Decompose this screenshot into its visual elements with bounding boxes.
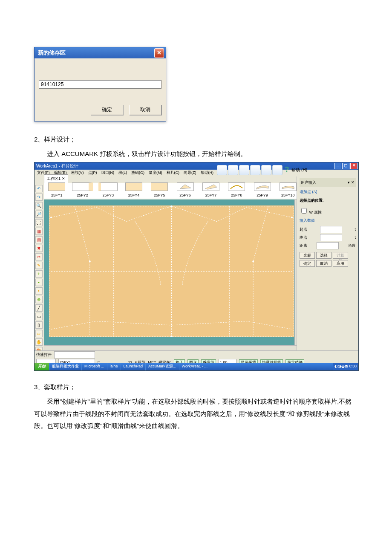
pieces-strip: 25FY1 25FY2 25FY3 25FY4 25FY5 25FY6 25FY… (44, 183, 301, 199)
heading-2: 2、样片设计； (34, 133, 358, 146)
toolbar-icon[interactable] (239, 165, 249, 175)
menu-item[interactable]: 放码(G) (131, 169, 144, 176)
app-titlebar: WorkArea1 - 样片设计 _ ▢ ✕ (35, 162, 358, 170)
w-attribute-checkbox[interactable] (301, 208, 307, 214)
storage-name-input[interactable] (39, 80, 161, 89)
menu-item[interactable]: 量度(M) (149, 169, 162, 176)
apply-button[interactable]: 应用 (333, 260, 348, 267)
menu-item[interactable]: 凹口(N) (101, 169, 115, 176)
rect-icon[interactable]: ▭ (35, 313, 43, 320)
menu-item[interactable]: 样片(C) (167, 169, 180, 176)
taskbar-item[interactable]: WorkArea1 - ... (179, 363, 210, 370)
piece-thumb[interactable]: 25FY1 (44, 182, 69, 199)
redo-icon[interactable]: ↷ (35, 194, 43, 201)
close-icon[interactable]: ✕ (350, 163, 357, 169)
layers-icon[interactable]: ▤ (35, 236, 43, 243)
point-icon[interactable]: ⊕ (35, 296, 43, 303)
menu-item[interactable]: 点(P) (88, 169, 97, 176)
taskbar-item[interactable]: AccuMark资源... (145, 363, 179, 370)
tool-icon[interactable]: ✎ (35, 262, 43, 269)
dialog-titlebar: 新的储存区 ✕ (35, 47, 166, 58)
delete-icon[interactable]: ✖ (35, 245, 43, 252)
piece-thumb[interactable]: 25FY8 (224, 182, 249, 199)
toolbar-icon[interactable] (250, 165, 260, 175)
piece-thumb[interactable]: 25FY6 (172, 182, 198, 199)
point-icon[interactable]: • (35, 287, 43, 295)
menu-item[interactable]: 帮助(H) (201, 169, 214, 176)
hand-icon[interactable]: ✋ (35, 338, 43, 346)
maximize-icon[interactable]: ▢ (342, 163, 349, 169)
zoom-fit-icon[interactable]: ⛶ (35, 219, 43, 226)
piece-thumb[interactable]: 25FY3 (95, 182, 121, 199)
help-icon[interactable]: ? (285, 163, 289, 176)
cut-icon[interactable]: ✂ (35, 253, 43, 260)
start-input[interactable] (320, 226, 342, 233)
taskbar-item[interactable]: laihe (107, 363, 121, 370)
svg-point-1 (170, 205, 172, 207)
add-point-icon[interactable]: + (35, 270, 43, 278)
dialog-new-storage: 新的储存区 ✕ 确定 取消 (34, 47, 166, 121)
piece-thumb[interactable]: 25FY4 (121, 182, 147, 199)
input-value-link[interactable]: 输入数值 (300, 217, 356, 224)
tab-workarea1[interactable]: 工作区1 ✕ (44, 174, 68, 183)
system-tray[interactable]: ◐◑◒◓ 0:38 (333, 363, 358, 370)
menu-item[interactable]: 检视(V) (71, 169, 84, 176)
svg-point-9 (252, 260, 254, 262)
end-input[interactable] (320, 234, 342, 241)
taskbar-item[interactable]: LaunchPad (121, 363, 146, 370)
ok-button[interactable]: 确定 (300, 260, 315, 267)
shape-icon[interactable]: ▱ (35, 330, 43, 337)
menu-item[interactable]: 线(L) (118, 169, 127, 176)
heading-3: 3、套取样片； (34, 381, 358, 393)
calc-button[interactable]: 计算器 (333, 252, 348, 259)
toolbar-icon[interactable] (228, 165, 238, 175)
user-input-panel: 用户输入▾ ✕ 增加点 (A) 选择点的位置. W 属性 输入数值 起点t 终点… (297, 176, 358, 352)
panel-controls-icon[interactable]: ▾ ✕ (348, 179, 355, 186)
cursor-button[interactable]: 光标 (300, 252, 315, 259)
canvas[interactable] (44, 199, 301, 352)
quick-open-label: 快速打开 (36, 351, 52, 358)
rect-icon[interactable]: ▯ (35, 321, 43, 329)
cancel-button[interactable]: 取消 (316, 260, 331, 267)
paragraph-3: 采用"创建样片"里的"套取样片"功能，在选取外部线段的时候，要按照顺时针或者逆时… (34, 396, 358, 432)
zoom-out-icon[interactable]: 🔎 (35, 211, 43, 218)
ok-button[interactable]: 确定 (91, 105, 123, 115)
start-button[interactable]: 开始 (35, 363, 49, 370)
status-bar: 快速打开 □ 12 s 裁剪 MET 锁定在: 格子 图形 感觉值 显示平滑 隐… (35, 350, 358, 363)
piece-thumb[interactable]: 25FY9 (249, 182, 275, 199)
zoom-in-icon[interactable]: 🔍 (35, 202, 43, 209)
panel-title: 用户输入 (301, 179, 316, 186)
menu-item[interactable]: 向导(Z) (184, 169, 196, 176)
taskbar-item[interactable]: Microsoft ... (81, 363, 107, 370)
svg-point-3 (170, 335, 172, 337)
cancel-button[interactable]: 取消 (129, 105, 161, 115)
toolbar-icons: ? 帮助 (H) (217, 164, 307, 176)
piece-thumb[interactable]: 25FY2 (69, 182, 95, 199)
minimize-icon[interactable]: _ (334, 163, 341, 169)
piece-thumb[interactable]: 25FY5 (147, 182, 172, 199)
toolbar-icon[interactable] (217, 165, 227, 175)
point-icon[interactable]: • (35, 279, 43, 286)
select-icon[interactable]: ▦ (35, 228, 43, 235)
svg-point-6 (112, 270, 114, 272)
pattern-piece[interactable] (49, 205, 294, 337)
dialog-title: 新的储存区 (38, 48, 66, 58)
taskbar-item[interactable]: 服装样板大作业 (49, 363, 81, 370)
panel-command: 增加点 (A) (300, 188, 356, 196)
distance-input[interactable] (317, 242, 339, 249)
svg-point-8 (89, 260, 91, 262)
toolbar-icon[interactable] (261, 165, 271, 175)
select-button[interactable]: 选择 (316, 252, 331, 259)
paragraph-2: 进入 ACCUMARK 打板系统，双击样片设计功能按钮，开始样片绘制。 (34, 148, 358, 160)
menu-bar: 文件(F) 编辑(E) 检视(V) 点(P) 凹口(N) 线(L) 放码(G) … (35, 170, 358, 176)
line-icon[interactable]: ╱ (35, 304, 43, 312)
undo-icon[interactable]: ↶ (35, 185, 43, 192)
app-title: WorkArea1 - 样片设计 (36, 162, 78, 170)
close-icon[interactable]: ✕ (154, 48, 164, 58)
help-label: 帮助 (H) (291, 166, 307, 174)
piece-thumb[interactable]: 25FY7 (198, 182, 224, 199)
quick-open-input[interactable] (54, 351, 95, 358)
toolbar-icon[interactable] (272, 165, 282, 175)
svg-point-5 (291, 217, 293, 218)
svg-point-2 (170, 270, 172, 272)
